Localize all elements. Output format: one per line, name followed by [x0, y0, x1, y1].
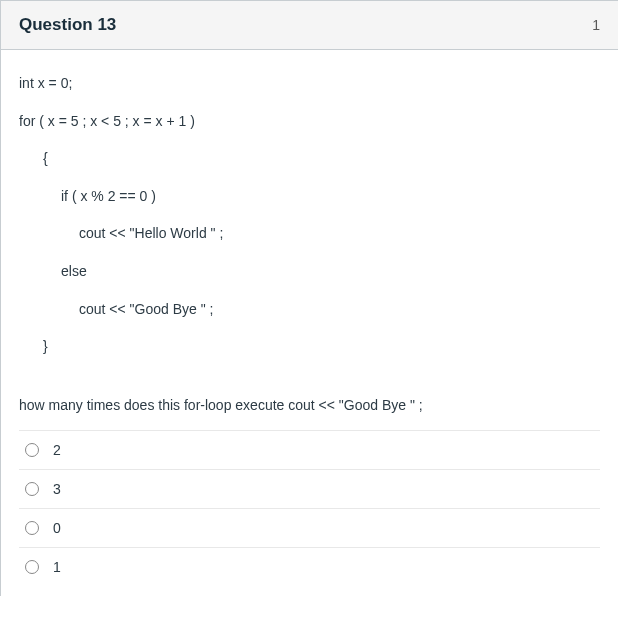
- question-points: 1: [592, 17, 600, 33]
- answer-label: 1: [53, 559, 61, 575]
- code-line: cout << "Good Bye " ;: [19, 300, 600, 320]
- radio-icon: [25, 521, 39, 535]
- radio-icon: [25, 482, 39, 496]
- code-line: cout << "Hello World " ;: [19, 224, 600, 244]
- code-line: else: [19, 262, 600, 282]
- code-line: if ( x % 2 == 0 ): [19, 187, 600, 207]
- answer-option[interactable]: 3: [19, 470, 600, 509]
- answer-label: 2: [53, 442, 61, 458]
- code-line: for ( x = 5 ; x < 5 ; x = x + 1 ): [19, 112, 600, 132]
- code-line: int x = 0;: [19, 74, 600, 94]
- radio-icon: [25, 560, 39, 574]
- question-title: Question 13: [19, 15, 116, 35]
- answer-list: 2 3 0 1: [19, 430, 600, 586]
- answer-option[interactable]: 0: [19, 509, 600, 548]
- answer-label: 3: [53, 481, 61, 497]
- question-body: int x = 0; for ( x = 5 ; x < 5 ; x = x +…: [1, 50, 618, 596]
- question-text: how many times does this for-loop execut…: [19, 395, 600, 416]
- question-container: Question 13 1 int x = 0; for ( x = 5 ; x…: [0, 0, 618, 596]
- answer-option[interactable]: 2: [19, 430, 600, 470]
- code-line: {: [19, 149, 600, 169]
- answer-label: 0: [53, 520, 61, 536]
- radio-icon: [25, 443, 39, 457]
- answer-option[interactable]: 1: [19, 548, 600, 586]
- code-block: int x = 0; for ( x = 5 ; x < 5 ; x = x +…: [19, 74, 600, 357]
- question-header: Question 13 1: [1, 0, 618, 50]
- code-line: }: [19, 337, 600, 357]
